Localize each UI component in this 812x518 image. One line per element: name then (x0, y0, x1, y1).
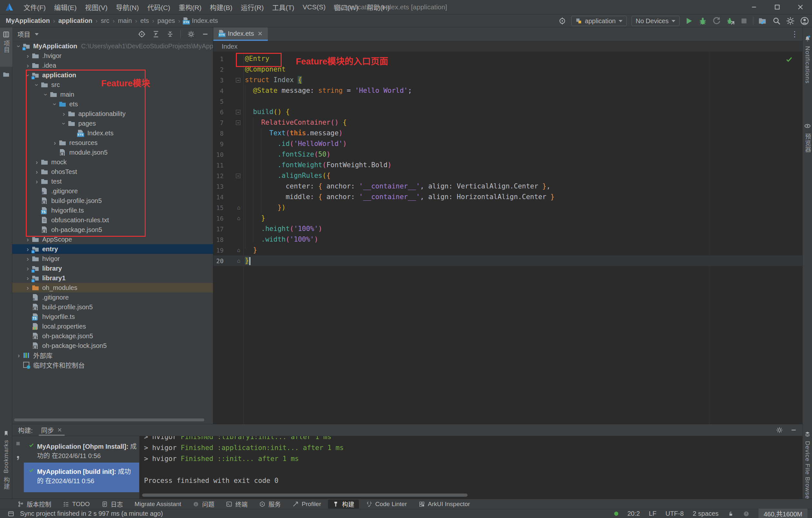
code-line-5[interactable]: 5 (213, 96, 802, 106)
fold-collapse-icon[interactable]: − (236, 174, 240, 178)
breadcrumb-item-src[interactable]: src (100, 17, 110, 25)
chevron-down-icon[interactable] (35, 33, 39, 35)
menu-item-构建(B)[interactable]: 构建(B) (206, 0, 236, 14)
tree-item-mock[interactable]: ›mock (12, 157, 213, 167)
tree-chevron-icon[interactable]: › (33, 81, 40, 89)
tree-item-library[interactable]: ›library (12, 264, 213, 273)
code-line-12[interactable]: 12− .alignRules({ (213, 171, 802, 181)
tree-item-.gitignore[interactable]: ⊘.gitignore (12, 186, 213, 196)
locate-target-icon[interactable] (558, 17, 567, 25)
unlock-icon[interactable] (728, 511, 734, 517)
tab-options-dots-icon[interactable]: ⋮ (791, 30, 799, 39)
code-line-7[interactable]: 7− RelativeContainer() { (213, 117, 802, 128)
notifications-tool-label[interactable]: Notifications (804, 46, 811, 84)
minimize-panel-icon[interactable] (790, 427, 797, 434)
tree-item-hvigorfile.ts[interactable]: TShvigorfile.ts (12, 206, 213, 215)
fold-collapse-icon[interactable]: − (236, 78, 240, 83)
tree-chevron-icon[interactable]: › (60, 120, 68, 127)
menu-item-代码(C)[interactable]: 代码(C) (143, 0, 174, 14)
log-horizontal-scrollbar[interactable] (142, 493, 468, 497)
bookmarks-tool-label[interactable]: Bookmarks (3, 440, 10, 473)
tree-chevron-icon[interactable]: › (33, 178, 40, 185)
folder-tool-icon[interactable] (2, 70, 10, 78)
caret-position[interactable]: 20:2 (627, 510, 640, 517)
tree-item-resources[interactable]: ›resources (12, 138, 213, 148)
tree-item-entry[interactable]: ›entry (12, 244, 213, 254)
code-line-6[interactable]: 6− build() { (213, 106, 802, 117)
notifications-bell-icon[interactable] (804, 35, 811, 42)
code-line-11[interactable]: 11 .fontWeight(FontWeight.Bold) (213, 160, 802, 171)
code-line-18[interactable]: 18 .width('100%') (213, 234, 802, 245)
tree-chevron-icon[interactable]: › (24, 255, 32, 263)
menu-item-视图(V)[interactable]: 视图(V) (81, 0, 112, 14)
tree-item-local.properties[interactable]: local.properties (12, 322, 213, 331)
toolwindow-button-日志[interactable]: 日志 (97, 500, 127, 509)
fold-end-icon[interactable]: ⌂ (237, 215, 240, 222)
code-line-2[interactable]: 2@Component (213, 64, 802, 75)
tree-chevron-icon[interactable]: › (24, 236, 32, 243)
status-message[interactable]: Sync project finished in 2 s 997 ms (a m… (20, 510, 163, 517)
tree-chevron-icon[interactable]: › (33, 168, 40, 176)
tree-item-oh-package.json5[interactable]: {}oh-package.json5 (12, 225, 213, 235)
minimize-button[interactable] (743, 0, 765, 14)
code-line-20[interactable]: 20⌂} (213, 255, 802, 266)
tree-item-application[interactable]: ›application (12, 70, 213, 80)
tree-chevron-icon[interactable]: › (33, 158, 40, 166)
menu-item-重构(R)[interactable]: 重构(R) (174, 0, 206, 14)
toolwindow-button-Migrate Assistant[interactable]: Migrate Assistant (130, 500, 186, 509)
previewer-tool-label[interactable]: 预览器 (803, 133, 812, 153)
fold-end-icon[interactable]: ⌂ (237, 258, 240, 264)
device-file-browser-icon[interactable] (758, 17, 767, 26)
account-icon[interactable] (800, 16, 809, 26)
debug-button[interactable] (698, 17, 707, 26)
toolwindow-button-TODO[interactable]: TODO (58, 500, 94, 509)
tree-chevron-icon[interactable]: › (60, 110, 68, 118)
tree-item-applicationability[interactable]: ›applicationability (12, 109, 213, 119)
file-encoding[interactable]: UTF-8 (665, 510, 684, 517)
tree-item-MyApplication[interactable]: ›MyApplicationC:\Users\yeah1\DevEcoStudi… (12, 41, 213, 51)
tree-item-oh-package-lock.json5[interactable]: {}oh-package-lock.json5 (12, 341, 213, 351)
attach-debugger-button[interactable] (726, 17, 735, 26)
previewer-eye-icon[interactable] (804, 122, 811, 129)
device-file-browser-strip-icon[interactable] (804, 431, 811, 437)
tree-chevron-icon[interactable]: › (24, 71, 32, 79)
code-line-4[interactable]: 4 @State message: string = 'Hello World'… (213, 85, 802, 96)
toolwindow-button-版本控制[interactable]: 版本控制 (13, 500, 56, 509)
code-line-16[interactable]: 16⌂ } (213, 213, 802, 223)
tree-item-pages[interactable]: ›pages (12, 119, 213, 128)
menu-item-VCS(S)[interactable]: VCS(S) (298, 0, 330, 14)
tree-item-src[interactable]: ›src (12, 80, 213, 90)
build-tab-sync[interactable]: 同步 ✕ (41, 424, 62, 436)
fold-collapse-icon[interactable]: − (236, 120, 240, 125)
toolwindow-button-服务[interactable]: 服务 (255, 500, 285, 509)
settings-gear-icon[interactable] (786, 17, 795, 26)
hide-panel-icon[interactable] (201, 30, 209, 38)
tree-item-Index.ets[interactable]: ETSIndex.ets (12, 128, 213, 138)
expand-all-icon[interactable] (152, 30, 160, 38)
toolwindow-button-Profiler[interactable]: Profiler (288, 500, 325, 509)
tree-item-ets[interactable]: ›ets (12, 99, 213, 109)
breadcrumb-item-main[interactable]: main (117, 17, 133, 25)
tree-item-oh_modules[interactable]: ›oh_modules (12, 283, 213, 293)
tree-chevron-icon[interactable]: › (42, 91, 50, 98)
inspections-ok-check-icon[interactable] (785, 55, 793, 63)
tree-item-library1[interactable]: ›library1 (12, 273, 213, 283)
code-viewport[interactable]: 1@Entry2@Component3−struct Index {4 @Sta… (213, 52, 802, 424)
toolwindow-button-Code Linter[interactable]: Code Linter (361, 500, 411, 509)
tree-chevron-icon[interactable]: › (51, 100, 59, 108)
tree-item-module.json5[interactable]: {}module.json5 (12, 148, 213, 157)
stop-square-icon[interactable] (15, 441, 21, 447)
indent-setting[interactable]: 2 spaces (693, 510, 719, 517)
toolwindow-button-构建[interactable]: 构建 (328, 500, 359, 509)
toolwindow-button-问题[interactable]: 问题 (188, 500, 219, 509)
tree-chevron-icon[interactable]: › (15, 42, 23, 50)
code-line-9[interactable]: 9 .id('HelloWorld') (213, 139, 802, 149)
tree-chevron-icon[interactable]: › (24, 62, 32, 69)
code-lines[interactable]: 1@Entry2@Component3−struct Index {4 @Sta… (213, 54, 802, 266)
notification-alert-icon[interactable] (743, 511, 750, 517)
code-line-14[interactable]: 14 middle: { anchor: '__container__', al… (213, 192, 802, 202)
run-configuration-select[interactable]: application (571, 16, 627, 26)
toolwindow-button-终端[interactable]: 终端 (221, 500, 252, 509)
build-settings-gear-icon[interactable] (776, 427, 783, 434)
fold-collapse-icon[interactable]: − (236, 110, 240, 114)
